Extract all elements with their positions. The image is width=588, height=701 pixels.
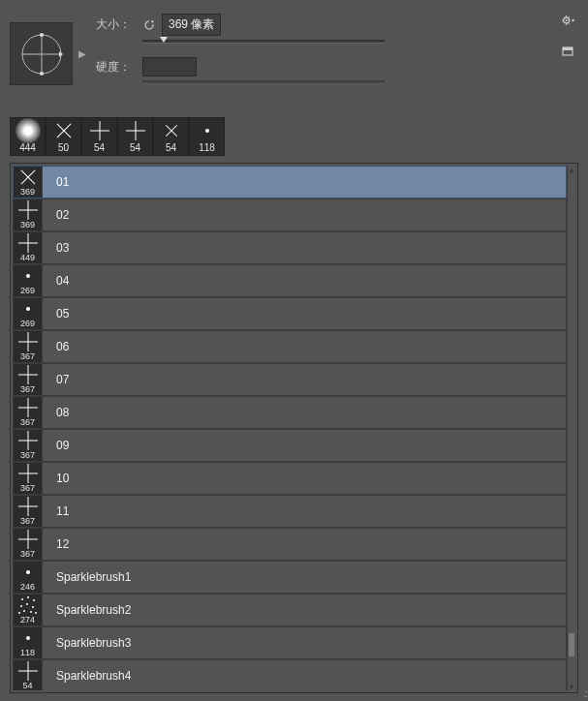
brush-item-thumb-icon xyxy=(14,266,42,285)
brush-item-size: 118 xyxy=(20,649,35,657)
brush-list-item[interactable]: 36901 xyxy=(13,166,567,198)
brush-item-label: 01 xyxy=(43,175,69,189)
svg-point-3 xyxy=(40,33,44,37)
brush-item-label: Sparklebrush2 xyxy=(43,603,131,617)
brush-item-label: 07 xyxy=(43,373,69,386)
brush-item-thumb: 367 xyxy=(14,331,43,362)
brush-thumb-icon xyxy=(118,120,152,141)
brush-strip-item[interactable]: 444 xyxy=(10,117,46,156)
size-slider[interactable] xyxy=(142,40,385,44)
brush-item-size: 269 xyxy=(20,320,35,328)
brush-sliders: 大小： 369 像素 硬度： xyxy=(96,10,406,98)
gear-icon[interactable]: ▾ xyxy=(561,14,574,27)
brush-strip-item[interactable]: 118 xyxy=(189,117,225,156)
brush-strip-size: 54 xyxy=(94,142,105,153)
brush-item-thumb: 369 xyxy=(14,199,43,230)
size-value-input[interactable]: 369 像素 xyxy=(162,14,221,36)
hardness-row: 硬度： xyxy=(96,57,406,76)
brush-item-thumb: 367 xyxy=(14,430,43,461)
brush-item-thumb: 367 xyxy=(14,529,43,560)
hardness-slider[interactable] xyxy=(142,80,385,84)
brush-list-item[interactable]: 26904 xyxy=(13,264,567,297)
brush-list-item[interactable]: 36708 xyxy=(13,396,567,429)
brush-item-thumb-icon xyxy=(14,595,42,614)
brush-item-label: 04 xyxy=(43,274,69,288)
brush-item-thumb-icon xyxy=(14,464,42,482)
hardness-value-input[interactable] xyxy=(142,57,197,76)
scroll-down-icon[interactable]: ▾ xyxy=(568,683,575,690)
brush-strip-item[interactable]: 54 xyxy=(117,117,153,156)
brush-strip-size: 118 xyxy=(199,142,215,153)
brush-item-size: 246 xyxy=(20,583,35,592)
svg-text:▾: ▾ xyxy=(572,17,574,23)
scrollbar-thumb[interactable] xyxy=(568,632,575,657)
svg-point-4 xyxy=(40,72,44,76)
brush-strip-item[interactable]: 54 xyxy=(153,117,189,156)
brush-item-label: 02 xyxy=(43,208,69,222)
brush-list-item[interactable]: 44903 xyxy=(13,231,567,264)
size-slider-thumb[interactable] xyxy=(160,37,168,43)
brush-list-item[interactable]: 274Sparklebrush2 xyxy=(13,594,567,626)
brush-item-thumb: 367 xyxy=(14,397,43,428)
brush-item-thumb-icon xyxy=(14,497,42,515)
brush-item-thumb-icon xyxy=(14,200,42,219)
brush-list-item[interactable]: 54Sparklebrush4 xyxy=(13,659,567,690)
brush-item-label: 05 xyxy=(43,307,69,320)
svg-marker-6 xyxy=(151,20,154,23)
brush-item-thumb-icon xyxy=(14,661,42,680)
scroll-up-icon[interactable]: ▴ xyxy=(568,166,575,173)
brush-strip-item[interactable]: 50 xyxy=(46,117,81,156)
brush-list-panel: 3690136902449032690426905367063670736708… xyxy=(10,163,578,693)
brush-strip-item[interactable]: 54 xyxy=(81,117,117,156)
resize-grip-icon[interactable]: .:: xyxy=(584,688,586,699)
brush-item-thumb: 369 xyxy=(14,167,43,198)
size-label: 大小： xyxy=(96,16,137,33)
brush-item-size: 367 xyxy=(20,418,35,427)
brush-list-item[interactable]: 36706 xyxy=(13,330,567,363)
brush-item-label: 12 xyxy=(43,537,69,551)
svg-point-8 xyxy=(566,19,568,21)
brush-thumb-icon xyxy=(82,120,116,141)
brush-list-item[interactable]: 36712 xyxy=(13,528,567,561)
brush-list-item[interactable]: 246Sparklebrush1 xyxy=(13,561,567,594)
brush-strip-size: 54 xyxy=(130,142,140,153)
brush-item-thumb-icon xyxy=(14,365,42,383)
brush-list-item[interactable]: 26905 xyxy=(13,297,567,330)
brush-list-item[interactable]: 36710 xyxy=(13,462,567,495)
brush-strip-size: 444 xyxy=(19,142,36,153)
brush-item-label: Sparklebrush1 xyxy=(43,570,131,584)
list-scrollbar[interactable]: ▴ ▾ xyxy=(567,166,575,690)
brush-list: 3690136902449032690426905367063670736708… xyxy=(13,166,567,690)
brush-item-label: Sparklebrush3 xyxy=(43,636,131,650)
chevron-right-icon: ▶ xyxy=(78,48,86,59)
brush-item-thumb: 367 xyxy=(14,364,43,395)
brush-list-item[interactable]: 36709 xyxy=(13,429,567,462)
brush-item-thumb-icon xyxy=(14,299,42,318)
brush-list-item[interactable]: 36711 xyxy=(13,495,567,528)
brush-item-size: 367 xyxy=(20,550,35,559)
brush-item-size: 367 xyxy=(20,352,35,361)
brush-thumb-icon xyxy=(190,120,224,141)
brush-item-size: 367 xyxy=(20,517,35,526)
brush-item-size: 274 xyxy=(20,616,35,625)
svg-rect-11 xyxy=(563,47,573,50)
brush-list-item[interactable]: 36902 xyxy=(13,198,567,231)
brush-item-label: 09 xyxy=(43,439,69,452)
brush-item-thumb: 246 xyxy=(14,562,43,593)
brush-item-size: 54 xyxy=(22,682,32,690)
brush-angle-control[interactable] xyxy=(10,22,73,85)
brush-thumb-icon xyxy=(11,120,45,141)
brush-options-header: ▶ 大小： 369 像素 硬度： xyxy=(0,0,588,102)
brush-item-thumb-icon xyxy=(14,431,42,449)
brush-item-thumb: 118 xyxy=(14,627,43,658)
hardness-label: 硬度： xyxy=(96,59,137,76)
brush-list-item[interactable]: 36707 xyxy=(13,363,567,396)
brush-item-thumb: 274 xyxy=(14,594,43,625)
brush-angle-preview-wrap: ▶ xyxy=(10,10,86,98)
brush-item-thumb-icon xyxy=(14,628,42,647)
reset-size-icon[interactable] xyxy=(142,18,156,32)
brush-list-item[interactable]: 118Sparklebrush3 xyxy=(13,626,567,659)
brush-item-size: 369 xyxy=(20,221,35,229)
new-preset-icon[interactable] xyxy=(561,45,574,58)
brush-item-size: 367 xyxy=(20,484,35,493)
